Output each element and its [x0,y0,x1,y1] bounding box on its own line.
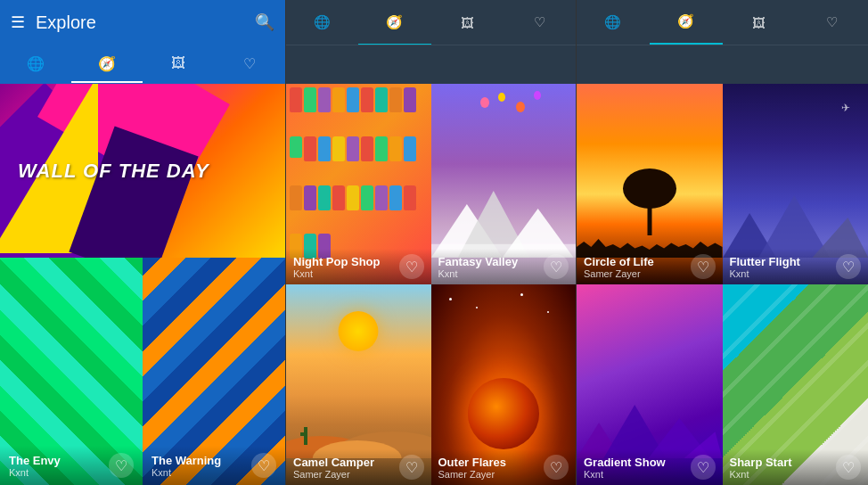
card-warning-info: The Warning Kxnt ♡ [143,446,285,485]
mid-tab-gallery[interactable]: 🖼 [431,1,504,45]
tab-globe-left[interactable]: 🌐 [0,45,71,83]
card-sharp-start-info: Sharp Start Kxnt ♡ [723,449,869,485]
card-camel-camper-info: Camel Camper Samer Zayer ♡ [286,449,431,485]
heart-camel-camper[interactable]: ♡ [399,455,424,480]
right-grid: Circle of Life Samer Zayer ♡ ✈ Fl [577,84,868,485]
card-circle-of-life-info: Circle of Life Samer Zayer ♡ [577,249,723,284]
heart-circle-of-life[interactable]: ♡ [691,254,716,279]
card-fantasy-valley[interactable]: Fantasy Valley Kxnt ♡ [431,84,577,284]
card-flutter-flight-info: Flutter Flight Kxnt ♡ [723,249,869,284]
mid-top-row: 🌐 🧭 🖼 ♡ [286,0,576,45]
tab-favorites-left[interactable]: ♡ [214,45,285,83]
search-icon[interactable]: 🔍 [255,12,274,32]
card-gradient-show[interactable]: Gradient Show Kxnt ♡ [577,284,723,485]
mid-grid: Night Pop Shop Kxnt ♡ [286,84,576,485]
tab-explore-left[interactable]: 🧭 [71,45,143,83]
card-fantasy-valley-title: Fantasy Valley [438,255,519,268]
card-sharp-start-title: Sharp Start [730,456,792,469]
heart-fantasy-valley[interactable]: ♡ [544,254,569,279]
heart-flutter-flight[interactable]: ♡ [836,254,861,279]
heart-warning[interactable]: ♡ [251,453,276,478]
heart-sharp-start[interactable]: ♡ [836,455,861,480]
right-panel: 🌐 🧭 🖼 ♡ Circle of Life Samer Zayer ♡ [577,0,868,485]
heart-outer-flares[interactable]: ♡ [544,455,569,480]
right-tab-favorites[interactable]: ♡ [795,0,868,45]
card-gradient-show-info: Gradient Show Kxnt ♡ [577,449,723,485]
card-envy-info: The Envy Kxnt ♡ [0,446,143,485]
card-the-warning[interactable]: The Warning Kxnt ♡ [143,258,285,485]
right-tab-explore[interactable]: 🧭 [650,0,723,45]
card-circle-of-life-author: Samer Zayer [584,268,654,279]
mid-panel: 🌐 🧭 🖼 ♡ [285,0,577,485]
card-outer-flares-author: Samer Zayer [438,469,507,480]
mid-header: 🌐 🧭 🖼 ♡ [286,0,576,84]
wall-of-day-text: WALL OF THE DAY [18,160,209,183]
mid-tab-explore[interactable]: 🧭 [358,1,430,45]
card-gradient-show-title: Gradient Show [584,456,666,469]
card-outer-flares-info: Outer Flares Samer Zayer ♡ [431,449,577,485]
card-flutter-flight-title: Flutter Flight [730,255,800,268]
card-flutter-flight-author: Kxnt [730,268,800,279]
card-sharp-start[interactable]: Sharp Start Kxnt ♡ [723,284,869,485]
card-night-pop-title: Night Pop Shop [293,255,380,268]
wall-of-day[interactable]: WALL OF THE DAY [0,84,285,258]
left-panel: ☰ Explore 🔍 🌐 🧭 🖼 ♡ WALL OF THE DAY The … [0,0,285,485]
right-tab-gallery[interactable]: 🖼 [723,0,796,45]
app-title: Explore [36,12,244,33]
card-circle-of-life[interactable]: Circle of Life Samer Zayer ♡ [577,84,723,284]
heart-night-pop[interactable]: ♡ [399,254,424,279]
left-bottom-cards: The Envy Kxnt ♡ The Warning Kxnt ♡ [0,258,285,485]
right-tab-globe[interactable]: 🌐 [577,0,650,45]
card-sharp-start-author: Kxnt [730,469,792,480]
menu-icon[interactable]: ☰ [11,12,25,32]
card-envy-author: Kxnt [9,467,61,478]
card-fantasy-valley-info: Fantasy Valley Kxnt ♡ [431,249,577,284]
card-envy-title: The Envy [9,454,61,467]
card-camel-camper[interactable]: Camel Camper Samer Zayer ♡ [286,284,431,485]
card-warning-title: The Warning [151,454,221,467]
right-header: 🌐 🧭 🖼 ♡ [577,0,868,84]
card-night-pop[interactable]: Night Pop Shop Kxnt ♡ [286,84,431,284]
mid-tab-globe[interactable]: 🌐 [286,1,358,45]
card-outer-flares[interactable]: Outer Flares Samer Zayer ♡ [431,284,577,485]
card-gradient-show-author: Kxnt [584,469,666,480]
card-camel-camper-author: Samer Zayer [293,469,374,480]
card-night-pop-author: Kxnt [293,268,380,279]
mid-tab-favorites[interactable]: ♡ [504,1,576,45]
card-outer-flares-title: Outer Flares [438,456,507,469]
left-tabs: 🌐 🧭 🖼 ♡ [0,45,285,84]
card-warning-author: Kxnt [151,467,221,478]
right-top-row: 🌐 🧭 🖼 ♡ [577,0,868,45]
card-fantasy-valley-author: Kxnt [438,268,519,279]
heart-envy[interactable]: ♡ [109,453,134,478]
tab-gallery-left[interactable]: 🖼 [143,45,214,83]
card-the-envy[interactable]: The Envy Kxnt ♡ [0,258,143,485]
heart-gradient-show[interactable]: ♡ [691,455,716,480]
card-night-pop-info: Night Pop Shop Kxnt ♡ [286,249,431,284]
card-circle-of-life-title: Circle of Life [584,255,654,268]
card-camel-camper-title: Camel Camper [293,456,374,469]
left-header: ☰ Explore 🔍 [0,0,285,45]
card-flutter-flight[interactable]: ✈ Flutter Flight Kxnt ♡ [723,84,869,284]
